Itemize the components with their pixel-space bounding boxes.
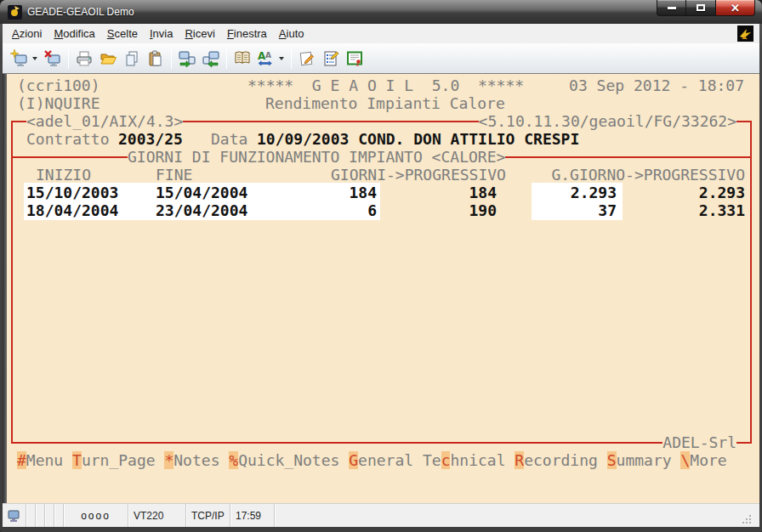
fkey-technical[interactable]: Technical <box>423 451 506 469</box>
toolbar-separator <box>68 48 69 69</box>
terminal-type: VT220 <box>128 504 186 527</box>
section-title: GIORNI DI FUNZIONAMENTO IMPIANTO <CALORE… <box>128 148 505 166</box>
table-cell-r1c3: 190 <box>469 201 497 219</box>
license-button[interactable] <box>343 47 367 71</box>
app-banner: ***** G E A O I L 5.0 ***** <box>247 76 524 94</box>
status-cell-empty <box>36 504 45 527</box>
col-header-inizio: INIZIO <box>36 166 91 184</box>
screen-title: Rendimento Impianti Calore <box>265 94 505 112</box>
contract-number: 2003/25 <box>118 130 183 148</box>
status-cell-empty <box>26 504 36 527</box>
close-button[interactable]: ✕ <box>715 0 755 16</box>
receive-file-button[interactable] <box>199 47 223 71</box>
table-cell-r0c5: 2.293 <box>699 184 745 201</box>
character-set-dropdown-icon[interactable] <box>279 57 284 60</box>
fkey-notes[interactable]: *Notes <box>164 451 219 469</box>
toolbar: AA <box>3 43 759 73</box>
session-host-label: <adel_01/AIX/4.3> <box>26 112 183 130</box>
fkey-more[interactable]: \More <box>680 451 726 469</box>
menu-item-finestra[interactable]: Finestra <box>221 25 273 42</box>
table-cell-r1c1: 23/04/2004 <box>156 201 247 219</box>
contract-label: Contratto <box>26 130 110 148</box>
open-button[interactable] <box>96 47 120 71</box>
table-cell-r1c5: 2.331 <box>699 201 745 219</box>
date-label: Data <box>211 130 247 148</box>
col-header-giorni: GIORNI->PROGRESSIVO <box>331 166 506 184</box>
col-header-g-giorno: G.GIORNO->PROGRESSIVO <box>551 166 745 184</box>
window-controls: ✕ <box>657 0 755 16</box>
table-cell-r0c4: 2.293 <box>571 184 617 201</box>
svg-text:A: A <box>265 51 271 59</box>
menu-items: AzioniModificaScelteInviaRiceviFinestraA… <box>6 25 310 42</box>
maximize-icon <box>697 4 705 11</box>
resize-grip[interactable] <box>742 514 752 524</box>
brand-label: ADEL-Srl <box>662 433 736 451</box>
session-properties-button[interactable] <box>319 47 343 71</box>
session-addr-label: <5.10.11.30/geaoil/FG/33262> <box>479 112 736 130</box>
disconnect-button[interactable] <box>41 47 65 71</box>
minimize-icon <box>668 7 676 9</box>
send-file-button[interactable] <box>175 47 199 71</box>
minimize-button[interactable] <box>657 0 686 16</box>
close-icon: ✕ <box>731 3 740 14</box>
terminal-icon <box>8 509 21 523</box>
fkey-recording[interactable]: Recording <box>515 451 598 469</box>
col-header-fine: FINE <box>156 166 192 184</box>
status-bar: oooo VT220 TCP/IP 17:59 <box>3 503 759 527</box>
table-cell-r0c3: 184 <box>469 184 497 201</box>
terminal-datetime: 03 Sep 2012 - 18:07 <box>569 76 744 94</box>
menu-item-aiuto[interactable]: Aiuto <box>273 25 310 42</box>
keypad-map-button[interactable] <box>230 47 254 71</box>
status-cell-empty <box>54 504 64 527</box>
app-window: GEADE-GEAOIL Demo ✕ AzioniModificaScelte… <box>0 0 762 532</box>
line-indicator: oooo <box>64 504 128 527</box>
table-cell-r0c0: 15/10/2003 <box>26 184 118 201</box>
new-session-dropdown-icon[interactable] <box>32 57 37 60</box>
paste-button[interactable] <box>144 47 168 71</box>
menu-item-invia[interactable]: Invia <box>144 25 179 42</box>
menu-item-scelte[interactable]: Scelte <box>101 25 144 42</box>
scratchpad-button[interactable] <box>295 47 319 71</box>
session-logo-icon <box>737 25 753 42</box>
mode-indicator: (I)NQUIRE <box>17 94 100 112</box>
terminal-top-edge <box>3 73 759 74</box>
toolbar-separator <box>171 48 172 69</box>
toolbar-separator <box>226 48 227 69</box>
contract-details: 10/09/2003 COND. DON ATTILIO CRESPI <box>257 130 579 148</box>
fkey-general[interactable]: General <box>349 451 413 469</box>
menu-bar: AzioniModificaScelteInviaRiceviFinestraA… <box>3 24 759 43</box>
table-cell-r1c4: 37 <box>598 201 617 219</box>
app-icon <box>8 5 22 20</box>
menu-item-ricevi[interactable]: Ricevi <box>179 25 220 42</box>
copy-button[interactable] <box>120 47 144 71</box>
function-key-menu: #Menu Turn_Page *Notes %Quick_Notes Gene… <box>17 451 727 469</box>
fkey-menu[interactable]: #Menu <box>17 451 63 469</box>
table-cell-r0c1: 15/04/2004 <box>156 184 247 201</box>
table-cell-r1c0: 18/04/2004 <box>26 201 118 219</box>
maximize-button[interactable] <box>686 0 715 16</box>
character-set-button[interactable]: AA <box>254 47 278 71</box>
toolbar-separator <box>291 48 292 69</box>
status-cell-filler <box>275 504 759 527</box>
print-button[interactable] <box>72 47 96 71</box>
terminal-left-edge <box>3 73 7 503</box>
menu-item-azioni[interactable]: Azioni <box>6 25 48 42</box>
table-cell-r0c2: 184 <box>349 184 377 201</box>
program-id: (ccri100) <box>17 76 100 94</box>
protocol: TCP/IP <box>186 504 230 527</box>
connection-status-cell <box>3 504 26 527</box>
title-bar[interactable]: GEADE-GEAOIL Demo ✕ <box>0 0 762 24</box>
menu-item-modifica[interactable]: Modifica <box>48 25 100 42</box>
fkey-turn_page[interactable]: Turn_Page <box>72 451 156 469</box>
fkey-summary[interactable]: Summary <box>607 451 672 469</box>
fkey-quick_notes[interactable]: %Quick_Notes <box>229 451 339 469</box>
terminal-screen[interactable]: (ccri100) ***** G E A O I L 5.0 ***** 03… <box>3 73 759 503</box>
table-cell-r1c2: 6 <box>367 201 377 219</box>
new-session-button[interactable] <box>8 47 31 71</box>
status-time: 17:59 <box>230 504 275 527</box>
status-cell-empty <box>45 504 54 527</box>
window-title: GEADE-GEAOIL Demo <box>27 6 134 18</box>
